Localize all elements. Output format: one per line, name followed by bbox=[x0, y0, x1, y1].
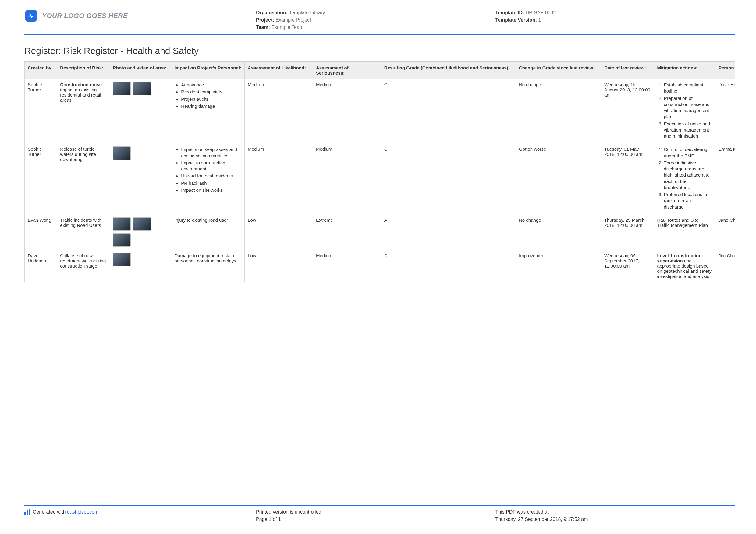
list-item: Three indicative discharge areas are hig… bbox=[664, 160, 712, 191]
cell-impact: Damage to equipment, risk to personnel, … bbox=[171, 250, 245, 282]
cell-change: Gotten worse bbox=[516, 143, 601, 214]
cell-grade: C bbox=[381, 143, 516, 214]
cell-seriousness: Extreme bbox=[312, 214, 381, 250]
project-label: Project: bbox=[256, 17, 274, 22]
page-number: Page 1 of 1 bbox=[256, 516, 496, 523]
project-value: Example Project bbox=[276, 17, 311, 22]
col-description: Description of Risk: bbox=[57, 62, 110, 79]
list-item: Hazard for local residents bbox=[181, 173, 241, 179]
col-impact: Impact on Project's Personnel: bbox=[171, 62, 245, 79]
cell-likelihood: Medium bbox=[245, 79, 313, 143]
cell-person: Dave Hole bbox=[715, 79, 735, 143]
document-header: YOUR LOGO GOES HERE Organisation: Templa… bbox=[24, 9, 735, 35]
cell-grade: C bbox=[381, 79, 516, 143]
cell-last-review: Tuesday, 01 May 2018, 12:00:00 am bbox=[601, 143, 654, 214]
col-photo: Photo and video of area: bbox=[110, 62, 171, 79]
cell-mitigation: Haul routes and Site Traffic Management … bbox=[654, 214, 716, 250]
cell-grade: D bbox=[381, 250, 516, 282]
photo-thumbnail bbox=[133, 217, 151, 231]
list-item: Resident complaints bbox=[181, 89, 241, 95]
cell-created-by: Sophie Turner bbox=[25, 143, 57, 214]
cell-impact: AnnoyanceResident complaintsProject audi… bbox=[171, 79, 245, 143]
organisation-value: Template Library bbox=[289, 10, 325, 15]
col-person: Person re bbox=[715, 62, 735, 79]
cell-seriousness: Medium bbox=[312, 143, 381, 214]
created-label: This PDF was created at bbox=[496, 508, 735, 516]
cell-created-by: Dave Hodgson bbox=[25, 250, 57, 282]
photo-thumbnail bbox=[113, 217, 131, 231]
cell-seriousness: Medium bbox=[312, 250, 381, 282]
table-header-row: Created by Description of Risk: Photo an… bbox=[25, 62, 735, 79]
cell-change: No change bbox=[516, 214, 601, 250]
photo-thumbnail bbox=[113, 253, 131, 267]
template-id-label: Template ID: bbox=[496, 10, 525, 15]
list-item: Establish complaint hotline bbox=[664, 82, 712, 94]
cell-photo bbox=[110, 250, 171, 282]
cell-description: Construction noise impact on existing re… bbox=[57, 79, 110, 143]
team-label: Team: bbox=[256, 25, 270, 30]
list-item: Impact to surrounding environment bbox=[181, 160, 241, 172]
list-item: Preparation of construction noise and vi… bbox=[664, 95, 712, 120]
generated-prefix: Generated with bbox=[33, 509, 67, 515]
cell-last-review: Wednesday, 06 September 2017, 12:00:00 a… bbox=[601, 250, 654, 282]
cell-created-by: Evan Wong bbox=[25, 214, 57, 250]
list-item: Impact on site works bbox=[181, 187, 241, 193]
col-likelihood: Assessment of Likelihood: bbox=[245, 62, 313, 79]
cell-photo bbox=[110, 79, 171, 143]
cell-photo bbox=[110, 214, 171, 250]
logo-block: YOUR LOGO GOES HERE bbox=[24, 9, 256, 22]
cell-mitigation: Establish complaint hotlinePreparation o… bbox=[654, 79, 716, 143]
risk-table: Created by Description of Risk: Photo an… bbox=[24, 62, 735, 282]
cell-person: Jane Chefi bbox=[715, 214, 735, 250]
logo-icon bbox=[24, 9, 38, 22]
generated-link[interactable]: dashpivot.com bbox=[67, 509, 98, 515]
meta-left: Organisation: Template Library Project: … bbox=[256, 9, 496, 31]
cell-mitigation: Level 1 construction supervision and app… bbox=[654, 250, 716, 282]
cell-change: Improvement bbox=[516, 250, 601, 282]
cell-mitigation: Control of dewatering under the EMPThree… bbox=[654, 143, 716, 214]
photo-thumbnail bbox=[113, 233, 131, 247]
bar-chart-icon bbox=[24, 509, 30, 515]
template-version-value: 1 bbox=[538, 17, 541, 22]
cell-change: No change bbox=[516, 79, 601, 143]
organisation-label: Organisation: bbox=[256, 10, 288, 15]
col-seriousness: Assessment of Seriousness: bbox=[312, 62, 381, 79]
col-mitigation: Mitigation actions: bbox=[654, 62, 716, 79]
logo-text: YOUR LOGO GOES HERE bbox=[42, 12, 128, 20]
list-item: Project audits bbox=[181, 96, 241, 102]
list-item: Control of dewatering under the EMP bbox=[664, 146, 712, 159]
cell-grade: A bbox=[381, 214, 516, 250]
photo-thumbnail bbox=[113, 146, 131, 160]
col-created-by: Created by bbox=[25, 62, 57, 79]
table-row: Sophie TurnerConstruction noise impact o… bbox=[25, 79, 735, 143]
col-change: Change in Grade since last review: bbox=[516, 62, 601, 79]
col-grade: Resulting Grade (Combined Likelihood and… bbox=[381, 62, 516, 79]
table-row: Evan WongTraffic incidents with existing… bbox=[25, 214, 735, 250]
cell-impact: Impacts on seagrasses and ecological com… bbox=[171, 143, 245, 214]
col-last-review: Date of last review: bbox=[601, 62, 654, 79]
cell-likelihood: Low bbox=[245, 214, 313, 250]
cell-likelihood: Low bbox=[245, 250, 313, 282]
document-footer: Generated with dashpivot.com Printed ver… bbox=[24, 505, 735, 523]
cell-photo bbox=[110, 143, 171, 214]
list-item: Execution of noise and vibration managem… bbox=[664, 121, 712, 140]
photo-thumbnail bbox=[113, 82, 131, 95]
page-title: Register: Risk Register - Health and Saf… bbox=[24, 46, 735, 56]
list-item: Preferred locations in rank order are di… bbox=[664, 191, 712, 210]
list-item: PR backlash bbox=[181, 180, 241, 186]
cell-person: Jim Choote bbox=[715, 250, 735, 282]
uncontrolled-text: Printed version is uncontrolled bbox=[256, 508, 496, 516]
cell-description: Traffic incidents with existing Road Use… bbox=[57, 214, 110, 250]
list-item: Annoyance bbox=[181, 82, 241, 88]
template-id-value: DP-SAF-0032 bbox=[526, 10, 556, 15]
cell-likelihood: Medium bbox=[245, 143, 313, 214]
cell-seriousness: Medium bbox=[312, 79, 381, 143]
table-row: Dave HodgsonCollapse of new revetment wa… bbox=[25, 250, 735, 282]
created-value: Thursday, 27 September 2018, 9:17:52 am bbox=[496, 516, 735, 523]
photo-thumbnail bbox=[133, 82, 151, 95]
cell-impact: Injury to existing road user bbox=[171, 214, 245, 250]
table-row: Sophie TurnerRelease of turbid waters du… bbox=[25, 143, 735, 214]
list-item: Hearing damage bbox=[181, 103, 241, 109]
cell-description: Collapse of new revetment walls during c… bbox=[57, 250, 110, 282]
risk-table-wrap: Created by Description of Risk: Photo an… bbox=[24, 62, 735, 282]
